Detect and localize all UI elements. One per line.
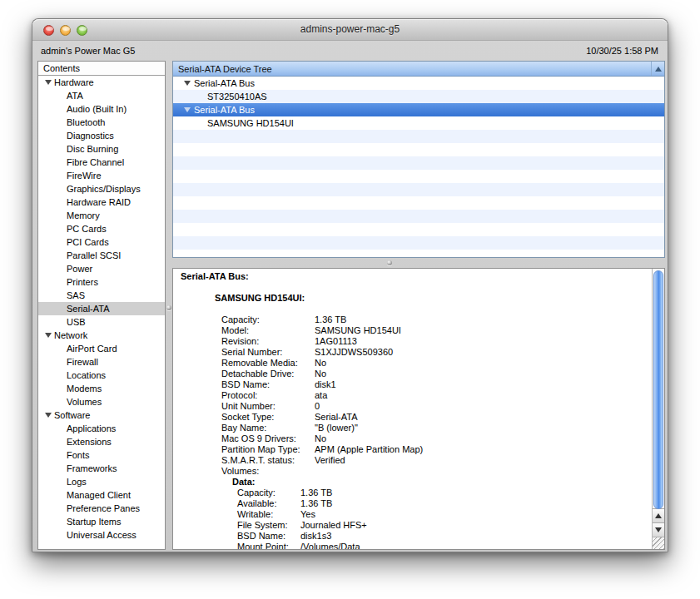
tree-row-samsung-hd154ui[interactable]: SAMSUNG HD154UI bbox=[173, 116, 664, 130]
detail-attr-label: Available: bbox=[237, 498, 300, 509]
sidebar-item-volumes[interactable]: Volumes bbox=[38, 395, 165, 408]
sidebar-item-label: Modems bbox=[67, 384, 102, 394]
sidebar-item-preference-panes[interactable]: Preference Panes bbox=[38, 502, 165, 515]
detail-attr-value: Serial-ATA bbox=[315, 412, 358, 423]
detail-device-title: SAMSUNG HD154UI: bbox=[173, 293, 652, 304]
sidebar-item-audio-built-in[interactable]: Audio (Built In) bbox=[38, 102, 165, 116]
sidebar-item-parallel-scsi[interactable]: Parallel SCSI bbox=[38, 249, 165, 262]
sidebar-item-network[interactable]: Network bbox=[38, 329, 165, 342]
sidebar-item-label: AirPort Card bbox=[67, 344, 117, 354]
tree-empty-row bbox=[173, 170, 664, 183]
detail-attr-row: S.M.A.R.T. status:Verified bbox=[173, 455, 652, 466]
detail-attr-row: Capacity:1.36 TB bbox=[173, 314, 652, 325]
title-bar[interactable]: admins-power-mac-g5 bbox=[32, 19, 668, 41]
tree-empty-row bbox=[173, 143, 664, 156]
detail-attr-value: 1AG01113 bbox=[315, 336, 357, 347]
detail-attr-label: S.M.A.R.T. status: bbox=[221, 455, 315, 466]
sidebar-item-fibre-channel[interactable]: Fibre Channel bbox=[38, 156, 165, 169]
scroll-up-button[interactable] bbox=[653, 508, 664, 522]
detail-attr-label: Serial Number: bbox=[221, 347, 315, 358]
tree-empty-row bbox=[173, 236, 664, 250]
sidebar-item-label: Preference Panes bbox=[67, 503, 140, 513]
sidebar-item-frameworks[interactable]: Frameworks bbox=[38, 462, 165, 475]
sidebar-item-pc-cards[interactable]: PC Cards bbox=[38, 222, 165, 235]
sidebar-item-modems[interactable]: Modems bbox=[38, 382, 165, 395]
sidebar-item-label: Graphics/Displays bbox=[67, 184, 141, 194]
sidebar-item-pci-cards[interactable]: PCI Cards bbox=[38, 235, 165, 249]
detail-attr-row: Unit Number:0 bbox=[173, 401, 652, 412]
sidebar-header: Contents bbox=[38, 62, 165, 76]
sidebar-item-label: PC Cards bbox=[67, 224, 107, 234]
tree-row-st3250410as[interactable]: ST3250410AS bbox=[173, 90, 664, 103]
disclosure-triangle-icon bbox=[45, 413, 52, 418]
sidebar-item-usb[interactable]: USB bbox=[38, 315, 165, 329]
sidebar-item-disc-burning[interactable]: Disc Burning bbox=[38, 142, 165, 156]
sidebar-item-firewire[interactable]: FireWire bbox=[38, 169, 165, 182]
sidebar-item-diagnostics[interactable]: Diagnostics bbox=[38, 129, 165, 142]
sidebar-item-managed-client[interactable]: Managed Client bbox=[38, 488, 165, 502]
splitter-dimple-icon bbox=[387, 260, 392, 265]
sidebar-item-hardware[interactable]: Hardware bbox=[38, 76, 165, 89]
sidebar-list: HardwareATAAudio (Built In)BluetoothDiag… bbox=[38, 76, 165, 549]
arrow-up-icon bbox=[655, 513, 662, 518]
sidebar-item-applications[interactable]: Applications bbox=[38, 422, 165, 435]
detail-line bbox=[173, 304, 652, 314]
detail-volume-attr-row: Capacity:1.36 TB bbox=[173, 488, 652, 498]
detail-attr-value: No bbox=[315, 358, 326, 369]
detail-attr-value: 0 bbox=[315, 401, 320, 412]
tree-row-serial-ata-bus[interactable]: Serial-ATA Bus bbox=[173, 103, 664, 116]
sidebar-item-graphics-displays[interactable]: Graphics/Displays bbox=[38, 182, 165, 196]
panel-splitter[interactable] bbox=[172, 258, 665, 268]
sidebar-splitter[interactable] bbox=[166, 61, 172, 550]
detail-attr-value: 1.36 TB bbox=[315, 314, 346, 325]
detail-attr-value: /Volumes/Data bbox=[300, 542, 360, 549]
sidebar-item-label: Memory bbox=[67, 210, 100, 220]
resize-grip[interactable] bbox=[653, 537, 664, 549]
detail-attr-value: 1.36 TB bbox=[300, 498, 332, 509]
sidebar-item-label: FireWire bbox=[67, 171, 102, 181]
sidebar-item-memory[interactable]: Memory bbox=[38, 209, 165, 222]
report-header: admin's Power Mac G5 10/30/25 1:58 PM bbox=[32, 41, 668, 60]
detail-attr-value: disk1 bbox=[315, 379, 336, 390]
sidebar-item-serial-ata[interactable]: Serial-ATA bbox=[38, 302, 165, 315]
detail-attr-label: Removable Media: bbox=[221, 358, 315, 369]
sidebar-item-bluetooth[interactable]: Bluetooth bbox=[38, 116, 165, 129]
sidebar-item-firewall[interactable]: Firewall bbox=[38, 355, 165, 369]
detail-content: Serial-ATA Bus:SAMSUNG HD154UI:Capacity:… bbox=[173, 269, 652, 549]
detail-attr-label: Unit Number: bbox=[221, 401, 315, 412]
sidebar-item-label: Power bbox=[67, 264, 92, 274]
sidebar-item-label: Printers bbox=[67, 277, 98, 287]
scroll-down-button[interactable] bbox=[653, 522, 664, 537]
detail-attr-value: No bbox=[315, 369, 326, 379]
sidebar-item-power[interactable]: Power bbox=[38, 262, 165, 275]
detail-attr-value: Verified bbox=[315, 455, 345, 466]
sidebar-item-startup-items[interactable]: Startup Items bbox=[38, 515, 165, 528]
sidebar-item-airport-card[interactable]: AirPort Card bbox=[38, 342, 165, 355]
detail-attr-label: BSD Name: bbox=[221, 379, 315, 390]
sidebar-item-hardware-raid[interactable]: Hardware RAID bbox=[38, 196, 165, 209]
sidebar-item-label: Serial-ATA bbox=[67, 304, 110, 314]
tree-empty-row bbox=[173, 223, 664, 236]
detail-attr-row: Revision:1AG01113 bbox=[173, 336, 652, 347]
tree-row-serial-ata-bus[interactable]: Serial-ATA Bus bbox=[173, 77, 664, 90]
detail-attr-row: Bay Name:"B (lower)" bbox=[173, 423, 652, 433]
scrollbar-track[interactable] bbox=[653, 269, 664, 508]
detail-attr-label: Revision: bbox=[221, 336, 315, 347]
sidebar-item-label: Universal Access bbox=[67, 530, 137, 540]
detail-attr-value: disk1s3 bbox=[300, 531, 331, 542]
device-tree-panel: Serial-ATA Device Tree Serial-ATA BusST3… bbox=[172, 61, 665, 258]
sidebar-item-extensions[interactable]: Extensions bbox=[38, 435, 165, 448]
device-tree-column-header[interactable]: Serial-ATA Device Tree bbox=[173, 62, 664, 77]
sidebar-item-sas[interactable]: SAS bbox=[38, 289, 165, 302]
scrollbar-thumb[interactable] bbox=[653, 270, 663, 509]
sidebar-item-ata[interactable]: ATA bbox=[38, 89, 165, 102]
sidebar-item-label: ATA bbox=[67, 91, 83, 101]
sidebar-item-universal-access[interactable]: Universal Access bbox=[38, 528, 165, 542]
tree-empty-row bbox=[173, 130, 664, 143]
sidebar-item-fonts[interactable]: Fonts bbox=[38, 448, 165, 462]
sidebar-item-locations[interactable]: Locations bbox=[38, 369, 165, 382]
sidebar-item-printers[interactable]: Printers bbox=[38, 275, 165, 289]
sidebar-item-logs[interactable]: Logs bbox=[38, 475, 165, 488]
sort-ascending-icon bbox=[655, 67, 662, 72]
sidebar-item-software[interactable]: Software bbox=[38, 408, 165, 422]
